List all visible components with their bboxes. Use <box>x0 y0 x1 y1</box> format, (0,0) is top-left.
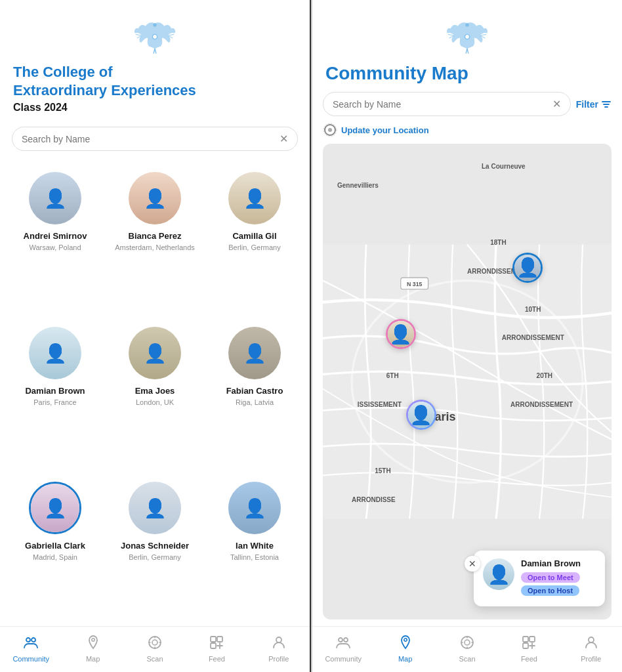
member-location: Berlin, Germany <box>228 243 280 251</box>
feed-icon <box>209 635 224 653</box>
person-img: 👤 <box>31 484 79 532</box>
map-icon <box>85 635 101 653</box>
member-card[interactable]: 👤 Jonas Schneider Berlin, Germany <box>105 471 205 626</box>
svg-rect-8 <box>217 637 222 642</box>
right-nav-item-feed[interactable]: Feed <box>498 632 560 665</box>
right-bottom-nav: Community Map Scan Feed Profile <box>312 626 622 672</box>
update-location-label[interactable]: Update your Location <box>341 125 429 135</box>
member-location: Madrid, Spain <box>33 553 77 561</box>
member-location: Riga, Latvia <box>236 398 274 406</box>
map-container: N 315 Gennevilliers La Courneuve 18TH AR… <box>323 144 612 620</box>
nav-item-scan[interactable]: Scan <box>124 632 186 665</box>
popup-info: Damian Brown Open to Meet Open to Host <box>521 558 596 598</box>
svg-rect-26 <box>529 637 535 642</box>
right-profile-icon <box>583 635 599 653</box>
member-name: Gabriella Clark <box>25 541 85 552</box>
svg-point-3 <box>31 638 35 642</box>
member-name: Ian White <box>236 541 274 552</box>
svg-rect-16 <box>323 245 612 519</box>
filter-label: Filter <box>576 99 598 110</box>
member-card[interactable]: 👤 Andrei Smirnov Warsaw, Poland <box>5 161 105 316</box>
nav-label-profile: Profile <box>268 655 289 663</box>
map-label-20th-arr: ARRONDISSEMENT <box>510 401 573 408</box>
member-name: Camilla Gil <box>232 231 276 242</box>
right-search-bar[interactable]: ✕ <box>323 92 571 116</box>
popup-inner: 👤 Damian Brown Open to Meet Open to Host <box>483 558 596 598</box>
person-img: 👤 <box>29 172 81 224</box>
community-map-title: Community Map <box>325 63 609 84</box>
left-screen: The College of Extraordinary Experiences… <box>0 0 311 672</box>
nav-item-community[interactable]: Community <box>0 632 62 665</box>
member-card[interactable]: 👤 Ian White Tallinn, Estonia <box>205 471 304 626</box>
map-label-15th-arr: ARRONDISSE <box>352 496 396 503</box>
pin-avatar-3: 👤 <box>408 402 434 428</box>
community-icon <box>23 635 39 653</box>
right-scan-icon <box>459 635 475 653</box>
clear-search-icon[interactable]: ✕ <box>280 133 288 145</box>
avatar: 👤 <box>228 482 281 534</box>
svg-point-10 <box>276 637 281 642</box>
nav-label-feed: Feed <box>209 655 225 663</box>
member-location: Berlin, Germany <box>129 553 180 561</box>
popup-close-button[interactable]: ✕ <box>465 556 480 572</box>
nav-item-feed[interactable]: Feed <box>186 632 247 665</box>
svg-point-1 <box>152 34 157 39</box>
right-nav-label-feed: Feed <box>521 655 537 663</box>
right-search-input[interactable] <box>333 99 552 110</box>
map-label-lacourneuve: La Courneuve <box>482 163 526 170</box>
right-nav-item-profile[interactable]: Profile <box>560 632 622 665</box>
member-card[interactable]: 👤 Damian Brown Paris, France <box>5 316 105 471</box>
right-title-area: Community Map <box>312 63 622 92</box>
nav-item-map[interactable]: Map <box>62 632 123 665</box>
right-nav-item-scan[interactable]: Scan <box>436 632 498 665</box>
popup-badge-host: Open to Host <box>521 585 579 596</box>
member-card[interactable]: 👤 Gabriella Clark Madrid, Spain <box>5 471 105 626</box>
svg-point-24 <box>465 640 470 645</box>
map-pin-2[interactable]: 👤 <box>386 319 416 349</box>
person-img: 👤 <box>129 327 181 379</box>
svg-point-22 <box>404 639 406 641</box>
map-label-6th: 6TH <box>386 372 399 379</box>
svg-point-0 <box>153 23 156 26</box>
member-location: Paris, France <box>33 398 76 406</box>
members-grid: 👤 Andrei Smirnov Warsaw, Poland 👤 Bianca… <box>0 161 310 626</box>
svg-point-14 <box>328 128 332 132</box>
avatar: 👤 <box>29 172 81 224</box>
member-name: Ema Joes <box>135 386 175 397</box>
search-input[interactable] <box>22 134 280 144</box>
map-label-18th: 18TH <box>490 239 506 246</box>
right-nav-item-map[interactable]: Map <box>374 632 436 665</box>
svg-point-6 <box>152 640 157 645</box>
member-card[interactable]: 👤 Ema Joes London, UK <box>105 316 205 471</box>
right-clear-search-icon[interactable]: ✕ <box>552 98 561 110</box>
right-search-row: ✕ Filter <box>312 92 622 123</box>
right-nav-item-community[interactable]: Community <box>312 632 374 665</box>
nav-label-scan: Scan <box>146 655 163 663</box>
page-title-line1: The College of Extraordinary Experiences <box>13 63 297 99</box>
map-pin-3[interactable]: 👤 <box>406 400 436 430</box>
pin-avatar-1: 👤 <box>514 255 541 281</box>
pin-avatar-2: 👤 <box>388 321 414 347</box>
member-card[interactable]: 👤 Bianca Perez Amsterdam, Netherlands <box>105 161 205 316</box>
right-nav-label-scan: Scan <box>459 655 475 663</box>
filter-button[interactable]: Filter <box>576 99 612 110</box>
svg-rect-7 <box>211 637 216 642</box>
filter-icon <box>601 99 612 110</box>
nav-item-profile[interactable]: Profile <box>248 632 310 665</box>
member-card[interactable]: 👤 Fabian Castro Riga, Latvia <box>205 316 304 471</box>
member-location: Tallinn, Estonia <box>230 553 279 561</box>
search-bar[interactable]: ✕ <box>12 127 298 151</box>
svg-rect-27 <box>523 643 528 648</box>
member-name: Fabian Castro <box>226 386 283 397</box>
popup-badge-meet: Open to Meet <box>521 572 580 583</box>
member-card[interactable]: 👤 Camilla Gil Berlin, Germany <box>205 161 304 316</box>
member-location: London, UK <box>136 398 174 406</box>
nav-label-community: Community <box>12 655 49 663</box>
class-subtitle: Class 2024 <box>13 102 297 114</box>
popup-avatar: 👤 <box>483 558 514 590</box>
logo-area <box>0 0 310 63</box>
svg-text:N 315: N 315 <box>407 281 423 287</box>
update-location-row[interactable]: Update your Location <box>312 123 622 144</box>
map-pin-1[interactable]: 👤 <box>512 253 543 283</box>
person-img: 👤 <box>29 327 81 379</box>
